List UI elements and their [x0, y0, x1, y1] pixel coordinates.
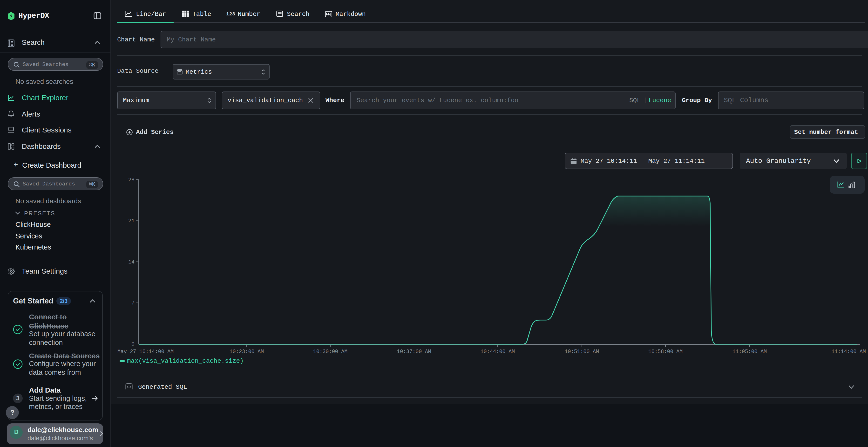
- svg-text:10:44:00 AM: 10:44:00 AM: [480, 349, 515, 354]
- svg-text:0: 0: [131, 341, 134, 347]
- svg-text:10:30:00 AM: 10:30:00 AM: [313, 349, 348, 354]
- svg-text:21: 21: [128, 218, 134, 224]
- svg-text:14: 14: [128, 259, 134, 265]
- svg-text:10:58:00 AM: 10:58:00 AM: [648, 349, 683, 354]
- svg-text:28: 28: [128, 177, 134, 183]
- svg-text:11:05:00 AM: 11:05:00 AM: [733, 349, 767, 354]
- svg-text:May 27 10:14:00 AM: May 27 10:14:00 AM: [117, 349, 174, 354]
- svg-text:10:23:00 AM: 10:23:00 AM: [229, 349, 264, 354]
- svg-text:11:14:00 AM: 11:14:00 AM: [831, 349, 866, 354]
- svg-text:10:51:00 AM: 10:51:00 AM: [565, 349, 599, 354]
- svg-text:7: 7: [131, 300, 134, 306]
- svg-text:10:37:00 AM: 10:37:00 AM: [397, 349, 431, 354]
